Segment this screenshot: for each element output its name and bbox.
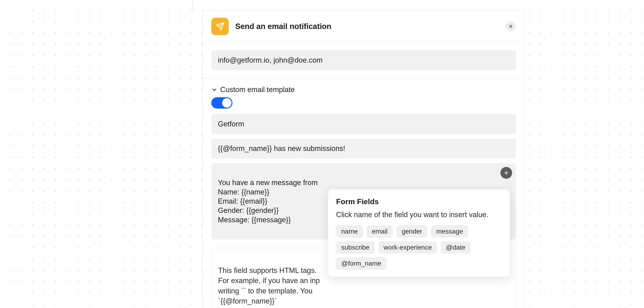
popover-title: Form Fields: [336, 197, 502, 206]
field-chip-subscribe[interactable]: subscribe: [336, 241, 375, 254]
panel-header: Send an email notification: [203, 10, 524, 42]
from-name-input[interactable]: [211, 114, 516, 134]
field-chip-date[interactable]: @date: [441, 241, 470, 254]
help-text: This field supports HTML tags. For examp…: [218, 266, 320, 305]
custom-template-label: Custom email template: [220, 85, 295, 94]
insert-field-button[interactable]: [500, 167, 512, 179]
close-button[interactable]: [506, 21, 516, 32]
recipients-input[interactable]: [211, 50, 516, 70]
body-text: You have a new message from Name: {{name…: [218, 179, 318, 224]
custom-template-collapse[interactable]: Custom email template: [211, 85, 516, 94]
field-chips-container: name email gender message subscribe work…: [336, 225, 502, 270]
form-fields-popover: Form Fields Click name of the field you …: [328, 189, 510, 277]
field-chip-email[interactable]: email: [367, 225, 393, 238]
connector-line: [193, 0, 193, 10]
chevron-down-icon: [211, 87, 218, 93]
subject-input[interactable]: [211, 139, 516, 159]
send-icon: [211, 18, 229, 35]
plus-icon: [504, 170, 509, 176]
recipients-section: [203, 42, 524, 79]
field-chip-work-experience[interactable]: work-experience: [378, 241, 437, 254]
field-chip-message[interactable]: message: [431, 225, 468, 238]
toggle-knob: [222, 98, 232, 108]
field-chip-gender[interactable]: gender: [396, 225, 427, 238]
panel-title: Send an email notification: [235, 22, 506, 31]
custom-template-toggle[interactable]: [211, 97, 232, 109]
close-icon: [508, 24, 513, 29]
field-chip-form-name[interactable]: @form_name: [336, 257, 386, 270]
popover-description: Click name of the field you want to inse…: [336, 210, 502, 220]
field-chip-name[interactable]: name: [336, 225, 363, 238]
